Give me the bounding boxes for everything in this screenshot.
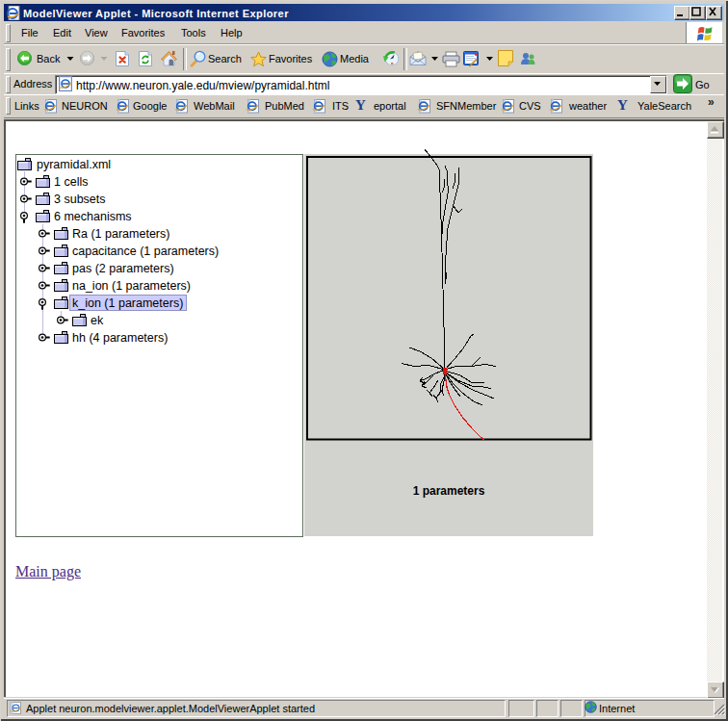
- svg-text:hh (4 parameters): hh (4 parameters): [72, 331, 168, 345]
- svg-text:na_ion (1 parameters): na_ion (1 parameters): [72, 279, 191, 293]
- svg-text:ek: ek: [91, 314, 104, 327]
- svg-text:Ra (1 parameters): Ra (1 parameters): [72, 227, 169, 241]
- svg-text:pas (2 parameters): pas (2 parameters): [72, 262, 174, 275]
- svg-text:capacitance (1 parameters): capacitance (1 parameters): [72, 245, 219, 258]
- svg-text:pyramidal.xml: pyramidal.xml: [37, 158, 111, 171]
- svg-text:6 mechanisms: 6 mechanisms: [54, 210, 132, 223]
- svg-text:k_ion (1 parameters): k_ion (1 parameters): [72, 296, 183, 310]
- svg-text:1 cells: 1 cells: [54, 175, 88, 189]
- svg-text:1 parameters: 1 parameters: [413, 484, 485, 498]
- svg-text:3 subsets: 3 subsets: [54, 193, 106, 206]
